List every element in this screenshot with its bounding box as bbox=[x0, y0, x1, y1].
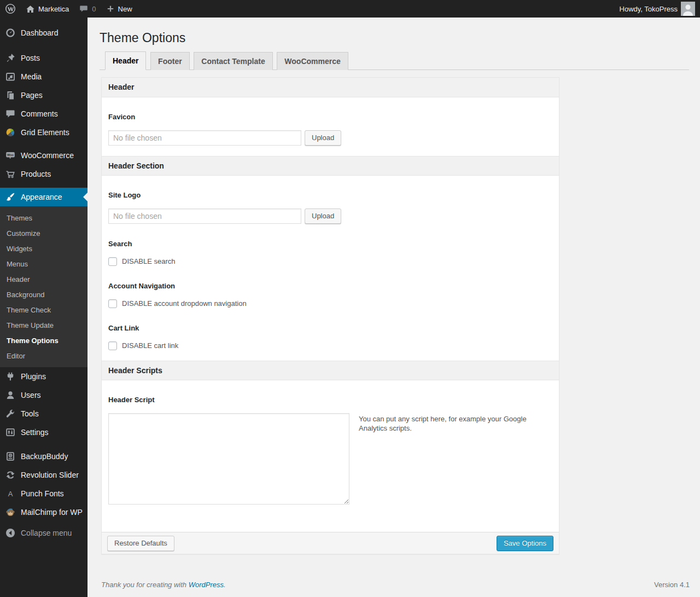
tab-bar: Header Footer Contact Template WooCommer… bbox=[100, 51, 689, 70]
sidebar-item-grid-elements[interactable]: Grid Elements bbox=[0, 123, 88, 142]
footer-thanks-period: . bbox=[224, 581, 226, 589]
collapse-menu-label: Collapse menu bbox=[21, 529, 72, 537]
sidebar-item-label: Posts bbox=[21, 54, 40, 62]
site-name-link[interactable]: Marketica bbox=[21, 0, 74, 18]
sidebar-item-mailchimp[interactable]: MailChimp for WP bbox=[0, 503, 88, 521]
favicon-file-input[interactable] bbox=[108, 130, 301, 146]
grid-elements-icon bbox=[5, 127, 16, 138]
sidebar-item-backupbuddy[interactable]: BackupBuddy bbox=[0, 447, 88, 466]
sidebar-item-media[interactable]: Media bbox=[0, 67, 88, 86]
avatar bbox=[681, 2, 695, 16]
sidebar-item-revolution-slider[interactable]: Revolution Slider bbox=[0, 466, 88, 484]
letter-a-icon: A bbox=[5, 488, 16, 499]
svg-text:A: A bbox=[8, 490, 13, 498]
version-label: Version 4.1 bbox=[654, 581, 690, 589]
sidebar-item-label: WooCommerce bbox=[21, 151, 74, 160]
tab-contact-template[interactable]: Contact Template bbox=[194, 52, 272, 70]
save-options-button[interactable]: Save Options bbox=[497, 536, 553, 551]
sidebar-item-label: Revolution Slider bbox=[21, 471, 79, 479]
sidebar-item-label: Products bbox=[21, 170, 51, 178]
plus-icon bbox=[106, 4, 115, 13]
collapse-menu-button[interactable]: Collapse menu bbox=[0, 524, 88, 542]
sidebar-item-plugins[interactable]: Plugins bbox=[0, 367, 88, 386]
sidebar-item-label: Appearance bbox=[21, 193, 62, 201]
avatar-silhouette-icon bbox=[681, 2, 695, 16]
pin-icon bbox=[5, 53, 16, 63]
sidebar-item-settings[interactable]: Settings bbox=[0, 423, 88, 442]
sidebar-item-tools[interactable]: Tools bbox=[0, 404, 88, 423]
sidebar-item-punch-fonts[interactable]: A Punch Fonts bbox=[0, 484, 88, 503]
admin-bar: Marketica 0 New Howdy, TokoPress bbox=[0, 0, 700, 18]
disable-cart-link-checkbox[interactable] bbox=[108, 341, 117, 350]
submenu-item-customize[interactable]: Customize bbox=[0, 226, 88, 241]
submenu-item-theme-update[interactable]: Theme Update bbox=[0, 318, 88, 333]
account-menu-link[interactable]: Howdy, TokoPress bbox=[615, 0, 700, 18]
site-name-label: Marketica bbox=[38, 5, 69, 13]
sidebar-item-users[interactable]: Users bbox=[0, 386, 88, 404]
tab-header[interactable]: Header bbox=[105, 51, 146, 70]
sidebar-item-products[interactable]: Products bbox=[0, 165, 88, 183]
submenu-item-themes[interactable]: Themes bbox=[0, 211, 88, 226]
sidebar-item-label: Users bbox=[21, 391, 41, 399]
page-title: Theme Options bbox=[100, 18, 689, 46]
sidebar-item-dashboard[interactable]: Dashboard bbox=[0, 24, 88, 42]
tab-woocommerce[interactable]: WooCommerce bbox=[277, 52, 348, 70]
wordpress-logo-button[interactable] bbox=[0, 0, 21, 18]
restore-defaults-button[interactable]: Restore Defaults bbox=[107, 536, 174, 551]
new-content-link[interactable]: New bbox=[101, 0, 137, 18]
backup-drive-icon bbox=[5, 451, 16, 462]
sidebar-item-label: Punch Fonts bbox=[21, 489, 64, 498]
sidebar-item-label: Settings bbox=[21, 428, 49, 437]
submenu-item-editor[interactable]: Editor bbox=[0, 349, 88, 364]
footer-thanks-text: Thank you for creating with bbox=[101, 581, 186, 589]
site-logo-upload-button[interactable]: Upload bbox=[305, 208, 341, 224]
submenu-item-background[interactable]: Background bbox=[0, 287, 88, 303]
plug-icon bbox=[5, 371, 16, 382]
disable-account-nav-label: DISABLE account dropdown navigation bbox=[122, 299, 247, 308]
sidebar-item-pages[interactable]: Pages bbox=[0, 86, 88, 105]
comments-link[interactable]: 0 bbox=[74, 0, 101, 18]
favicon-upload-button[interactable]: Upload bbox=[305, 130, 341, 146]
sidebar-item-appearance[interactable]: Appearance bbox=[0, 188, 88, 206]
submenu-item-header[interactable]: Header bbox=[0, 272, 88, 287]
pages-icon bbox=[5, 90, 16, 101]
cart-link-label: Cart Link bbox=[108, 308, 552, 333]
sidebar-item-label: Plugins bbox=[21, 372, 46, 381]
home-icon bbox=[26, 4, 35, 14]
footer-thanks: Thank you for creating with WordPress. bbox=[101, 581, 226, 589]
disable-search-checkbox[interactable] bbox=[108, 257, 117, 266]
comment-bubble-icon bbox=[79, 4, 89, 14]
media-icon bbox=[5, 71, 16, 82]
submenu-item-theme-options[interactable]: Theme Options bbox=[0, 333, 88, 349]
refresh-arrows-icon bbox=[5, 470, 16, 480]
submenu-item-theme-check[interactable]: Theme Check bbox=[0, 303, 88, 318]
header-script-textarea[interactable] bbox=[108, 413, 349, 505]
sidebar-item-comments[interactable]: Comments bbox=[0, 105, 88, 123]
brush-icon bbox=[5, 192, 16, 202]
submenu-item-widgets[interactable]: Widgets bbox=[0, 241, 88, 257]
panel-footer: Restore Defaults Save Options bbox=[102, 532, 559, 554]
account-navigation-label: Account Navigation bbox=[108, 266, 552, 291]
sidebar-item-label: Comments bbox=[21, 109, 58, 118]
wordpress-link[interactable]: WordPress bbox=[189, 581, 224, 589]
cart-icon bbox=[5, 169, 16, 179]
section-header-scripts-title: Header Scripts bbox=[102, 361, 559, 380]
sidebar-item-label: Media bbox=[21, 72, 42, 81]
dashboard-icon bbox=[5, 27, 16, 38]
site-logo-file-input[interactable] bbox=[108, 208, 301, 224]
sidebar-item-label: MailChimp for WP bbox=[21, 508, 83, 517]
sidebar-item-posts[interactable]: Posts bbox=[0, 49, 88, 67]
tab-footer[interactable]: Footer bbox=[150, 52, 190, 70]
header-script-hint: You can put any script here, for example… bbox=[359, 413, 528, 433]
theme-options-panel: Header Favicon Upload Header Section Sit… bbox=[101, 77, 559, 554]
site-logo-label: Site Logo bbox=[108, 176, 552, 200]
submenu-item-menus[interactable]: Menus bbox=[0, 257, 88, 272]
sidebar-item-label: Pages bbox=[21, 91, 43, 100]
sidebar-item-woocommerce[interactable]: Woo WooCommerce bbox=[0, 146, 88, 165]
section-header-title: Header bbox=[102, 78, 559, 97]
sliders-icon bbox=[5, 427, 16, 438]
wordpress-logo-icon bbox=[5, 3, 16, 14]
admin-menu: Dashboard Posts Media Pages Comments bbox=[0, 18, 88, 597]
sidebar-item-label: Dashboard bbox=[21, 28, 59, 37]
disable-account-nav-checkbox[interactable] bbox=[108, 299, 117, 308]
